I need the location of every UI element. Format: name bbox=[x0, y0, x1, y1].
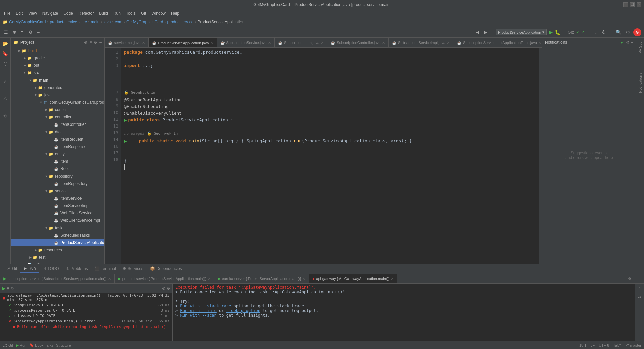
status-bookmarks[interactable]: 🔖 Bookmarks bbox=[29, 343, 53, 347]
status-structure[interactable]: Structure bbox=[56, 343, 71, 347]
run-list-item-processresources[interactable]: ✓ :processResources UP-TO-DATE 3 ms bbox=[0, 308, 172, 313]
tab-close-icon[interactable]: ✕ bbox=[268, 41, 271, 45]
panel-expand-icon[interactable]: ⊕ bbox=[84, 40, 87, 45]
run-tab-subscription[interactable]: ▶ subscription-service [:SubscriptionSer… bbox=[0, 274, 115, 283]
tree-item-webclientservice[interactable]: ▶ ☕ WebClientService bbox=[11, 209, 104, 217]
run-settings-icon[interactable]: ⚙ bbox=[625, 274, 635, 283]
tab-subscriptionitem[interactable]: ☕ SubscriptionItem.java ✕ bbox=[275, 38, 327, 47]
run-list-item-gateway[interactable]: ● api-gateway [:ApiGatewayApplication.ma… bbox=[0, 293, 172, 302]
tree-item-repository[interactable]: ▼ 📁 repository bbox=[11, 172, 104, 180]
tree-item-dto[interactable]: ▼ 📁 dto bbox=[11, 128, 104, 136]
menu-file[interactable]: File bbox=[1, 10, 13, 16]
run-list-item-classes[interactable]: ✓ :classes UP-TO-DATE 1 ms bbox=[0, 313, 172, 318]
bottom-tab-terminal[interactable]: ⬛ Terminal bbox=[91, 265, 119, 272]
run-gutter-icon[interactable]: ▶ bbox=[124, 117, 127, 123]
tab-serviceimpl[interactable]: ☕ serviceImpl.java ✕ bbox=[105, 38, 149, 47]
menu-navigate[interactable]: Navigate bbox=[40, 10, 61, 16]
tree-item-src[interactable]: ▼ 📁 src bbox=[11, 69, 104, 77]
pa-spy-label[interactable]: PA Spy bbox=[637, 39, 644, 56]
panel-settings-icon[interactable]: ⚙ bbox=[94, 40, 97, 45]
tree-item-itemrepository[interactable]: ▶ ☕ ItemRepository bbox=[11, 180, 104, 187]
rerun-icon[interactable]: ↺ bbox=[11, 286, 14, 291]
close-button[interactable]: ✕ bbox=[637, 2, 641, 7]
run-tab-close-icon[interactable]: ✕ bbox=[391, 277, 394, 281]
run-list-item-compilejava[interactable]: ✓ :compileJava UP-TO-DATE 669 ms bbox=[0, 302, 172, 308]
toolbar-settings[interactable]: ⚙ bbox=[27, 29, 34, 35]
tree-item-task[interactable]: ▼ 📁 task bbox=[11, 224, 104, 232]
commit-icon[interactable]: ✓ bbox=[1, 77, 10, 86]
run-tab-close-icon[interactable]: ✕ bbox=[302, 277, 305, 281]
run-tab-close-icon[interactable]: ✕ bbox=[108, 277, 111, 281]
tab-subscriptionserviceimpl[interactable]: ☕ SubscriptionServiceImpl.java ✕ bbox=[389, 38, 453, 47]
status-encoding[interactable]: UTF-8 bbox=[599, 343, 609, 347]
project-sidebar-icon[interactable]: 📂 bbox=[1, 39, 10, 48]
toolbar-project-toggle[interactable]: ☰ bbox=[3, 29, 9, 35]
panel-close-icon[interactable]: – bbox=[99, 40, 102, 45]
tree-item-main[interactable]: ▼ 📁 main bbox=[11, 77, 104, 84]
bookmarks-icon[interactable]: 🔖 bbox=[1, 49, 10, 58]
structure-icon[interactable]: ⬡ bbox=[1, 59, 10, 68]
run-tab-eureka[interactable]: ▶ eureka-server [:EurekaServerApplicatio… bbox=[214, 274, 309, 283]
log-scan-link[interactable]: Run with --scan bbox=[180, 313, 216, 318]
tree-item-itemrequest[interactable]: ▶ ☕ ItemRequest bbox=[11, 136, 104, 143]
run-tab-product[interactable]: ▶ product-service [:ProductServiceApplic… bbox=[115, 274, 214, 283]
status-run[interactable]: ▶ Run bbox=[16, 343, 26, 348]
bottom-tab-problems[interactable]: ⚠ Problems bbox=[62, 265, 91, 272]
breadcrumb-java[interactable]: java bbox=[103, 20, 111, 24]
toolbar-collapse[interactable]: – bbox=[36, 29, 41, 35]
run-tab-apigateway[interactable]: ● api-gateway [:ApiGatewayApplication.ma… bbox=[309, 274, 397, 283]
tree-item-service[interactable]: ▼ 📁 service bbox=[11, 187, 104, 195]
breadcrumb-project[interactable]: GetMyGraphicsCard bbox=[9, 20, 46, 24]
tab-close-icon[interactable]: ✕ bbox=[210, 41, 213, 45]
run-button[interactable]: ▶ bbox=[549, 29, 553, 35]
tab-subscriptioncontroller[interactable]: ☕ SubscriptionController.java ✕ bbox=[327, 38, 389, 47]
status-line-sep[interactable]: LF bbox=[590, 343, 595, 347]
git-push-button[interactable]: ↑ bbox=[587, 29, 592, 35]
bottom-tab-services[interactable]: ⚙ Services bbox=[119, 265, 147, 272]
tab-close-icon[interactable]: ✕ bbox=[538, 41, 541, 45]
tree-item-itemresponse[interactable]: ▶ ☕ ItemResponse bbox=[11, 143, 104, 150]
tree-item-test[interactable]: ▶ 📁 test bbox=[11, 254, 104, 261]
stop-icon[interactable]: ■ bbox=[7, 286, 9, 291]
tree-item-resources[interactable]: ▶ 📁 resources bbox=[11, 246, 104, 254]
tree-item-scheduledtasks[interactable]: ▶ ☕ ScheduledTasks bbox=[11, 232, 104, 239]
editor-scrollbar[interactable] bbox=[539, 48, 542, 264]
menu-run[interactable]: Run bbox=[111, 10, 123, 16]
menu-refactor[interactable]: Refactor bbox=[76, 10, 96, 16]
breadcrumb-src[interactable]: src bbox=[81, 20, 87, 24]
log-info-link[interactable]: Run with --info bbox=[180, 308, 216, 313]
notifications-side-label[interactable]: Notifications bbox=[637, 70, 644, 96]
tab-close-icon[interactable]: ✕ bbox=[142, 41, 145, 45]
tree-item-gradle[interactable]: ▶ 📁 gradle bbox=[11, 54, 104, 62]
git-pull-button[interactable]: ↓ bbox=[594, 29, 599, 35]
menu-git[interactable]: Git bbox=[138, 10, 149, 16]
tree-item-config[interactable]: ▶ 📁 config bbox=[11, 106, 104, 113]
log-debug-link[interactable]: --debug option bbox=[226, 308, 260, 313]
menu-view[interactable]: View bbox=[25, 10, 40, 16]
run-close-panel-icon[interactable]: – bbox=[635, 274, 644, 283]
menu-code[interactable]: Code bbox=[61, 10, 76, 16]
tree-item-itemcontroller[interactable]: ▶ ☕ ItemController bbox=[11, 121, 104, 128]
tree-item-package[interactable]: ▼ ◫ com.GetMyGraphicsCard.product bbox=[11, 99, 104, 106]
code-content[interactable]: package com.GetMyGraphicsCard.productser… bbox=[121, 48, 539, 264]
tree-item-root[interactable]: ▶ ☕ Root bbox=[11, 165, 104, 172]
tab-subscriptionserviceimplapptest[interactable]: ☕ SubscriptionServiceImplApplicationTest… bbox=[453, 38, 542, 47]
bottom-tab-todo[interactable]: ☑ TODO bbox=[39, 265, 62, 272]
tree-item-itemserviceimpl[interactable]: ▶ ☕ ItemServiceImpl bbox=[11, 202, 104, 209]
run-list-item-error[interactable]: ✕ :ApiGatewayApplication.main() 1 error … bbox=[0, 318, 172, 324]
run-config-dropdown[interactable]: ProductServiceApplication ▾ bbox=[496, 29, 547, 35]
tree-item-item[interactable]: ▶ ☕ Item bbox=[11, 158, 104, 165]
breadcrumb-module[interactable]: product-service bbox=[50, 20, 77, 24]
tree-item-gitignore[interactable]: ▶ 📄 .gitignore bbox=[11, 261, 104, 264]
tree-item-out[interactable]: ▶ 📁 out bbox=[11, 62, 104, 69]
minimize-button[interactable]: — bbox=[623, 2, 628, 7]
toolbar-forward[interactable]: ▶ bbox=[483, 29, 489, 35]
bottom-tab-dependencies[interactable]: 📦 Dependencies bbox=[147, 265, 185, 272]
status-line-col[interactable]: 18:1 bbox=[579, 343, 586, 347]
run-scroll-top-icon[interactable]: ⤴ bbox=[636, 285, 644, 293]
notifications-settings-icon[interactable]: ⚙ bbox=[626, 40, 630, 45]
run-icon-toolbar[interactable]: ▶ bbox=[2, 286, 6, 291]
run-tab-close-icon[interactable]: ✕ bbox=[208, 277, 211, 281]
tab-productserviceapplication[interactable]: ☕ ProductServiceApplication.java ✕ bbox=[149, 38, 217, 47]
breadcrumb-class[interactable]: ProductServiceApplication bbox=[198, 20, 245, 24]
